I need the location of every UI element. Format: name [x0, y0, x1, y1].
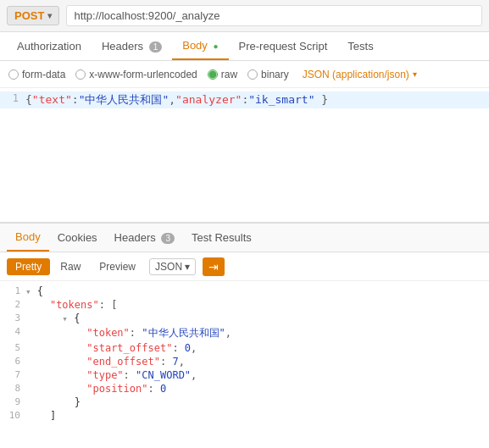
code-line-1: 1 {"text":"中华人民共和国","analyzer":"ik_smart…: [0, 91, 489, 108]
response-tabs: Body Cookies Headers 3 Test Results: [0, 224, 489, 252]
tab-authorization[interactable]: Authorization: [7, 33, 92, 59]
wrap-button[interactable]: ⇥: [203, 257, 225, 276]
radio-urlencoded-circle: [75, 69, 86, 80]
resp-line-9: 9 }: [0, 395, 489, 409]
resp-json-dropdown[interactable]: JSON ▾: [149, 258, 196, 275]
line-content-1: {"text":"中华人民共和国","analyzer":"ik_smart" …: [25, 92, 489, 108]
headers-badge: 1: [149, 41, 163, 53]
body-type-row: form-data x-www-form-urlencoded raw bina…: [0, 61, 489, 88]
radio-form-data[interactable]: form-data: [8, 69, 65, 80]
tab-body[interactable]: Body ●: [172, 32, 228, 60]
resp-line-8: 8 "position": 0: [0, 382, 489, 395]
radio-form-data-circle: [8, 69, 19, 80]
tab-pre-request[interactable]: Pre-request Script: [229, 33, 338, 59]
resp-tab-headers[interactable]: Headers 3: [106, 224, 183, 251]
resp-tab-cookies[interactable]: Cookies: [49, 224, 106, 251]
radio-raw[interactable]: raw: [208, 69, 237, 80]
tab-headers[interactable]: Headers 1: [92, 33, 172, 59]
method-label: POST: [14, 9, 44, 22]
method-button[interactable]: POST ▾: [7, 6, 59, 25]
radio-urlencoded[interactable]: x-www-form-urlencoded: [75, 69, 197, 80]
tab-tests[interactable]: Tests: [337, 33, 383, 59]
resp-line-5: 5 "start_offset": 0,: [0, 341, 489, 355]
json-format-arrow-icon: ▾: [413, 69, 417, 79]
resp-line-6: 6 "end_offset": 7,: [0, 355, 489, 368]
method-arrow-icon: ▾: [47, 11, 52, 20]
resp-line-2: 2 "tokens": [: [0, 298, 489, 312]
response-section: Body Cookies Headers 3 Test Results Pret…: [0, 224, 489, 421]
code-editor[interactable]: 1 {"text":"中华人民共和国","analyzer":"ik_smart…: [0, 88, 489, 224]
resp-line-1: 1 ▾ {: [0, 285, 489, 298]
url-input[interactable]: [66, 5, 482, 26]
radio-raw-circle: [208, 69, 218, 80]
body-dot: ●: [213, 41, 218, 51]
preview-button[interactable]: Preview: [91, 258, 144, 275]
resp-line-4: 4 "token": "中华人民共和国",: [0, 325, 489, 341]
resp-toolbar: Pretty Raw Preview JSON ▾ ⇥: [0, 252, 489, 281]
resp-json-arrow-icon: ▾: [185, 261, 190, 273]
resp-line-3: 3 ▾ {: [0, 312, 489, 325]
resp-line-7: 7 "type": "CN_WORD",: [0, 368, 489, 382]
raw-button[interactable]: Raw: [52, 258, 89, 275]
radio-binary[interactable]: binary: [247, 69, 289, 80]
request-tabs: Authorization Headers 1 Body ● Pre-reque…: [0, 32, 489, 61]
resp-tab-test-results[interactable]: Test Results: [183, 224, 260, 251]
resp-tab-body[interactable]: Body: [7, 224, 49, 252]
line-num-1: 1: [0, 92, 25, 104]
pretty-button[interactable]: Pretty: [7, 258, 50, 275]
resp-line-10: 10 ]: [0, 409, 489, 421]
top-bar: POST ▾: [0, 0, 489, 32]
response-code: 1 ▾ { 2 "tokens": [ 3 ▾ { 4 "token": "中华…: [0, 281, 489, 421]
resp-headers-badge: 3: [161, 233, 175, 244]
radio-binary-circle: [247, 69, 258, 80]
json-format-select[interactable]: JSON (application/json) ▾: [303, 69, 417, 80]
